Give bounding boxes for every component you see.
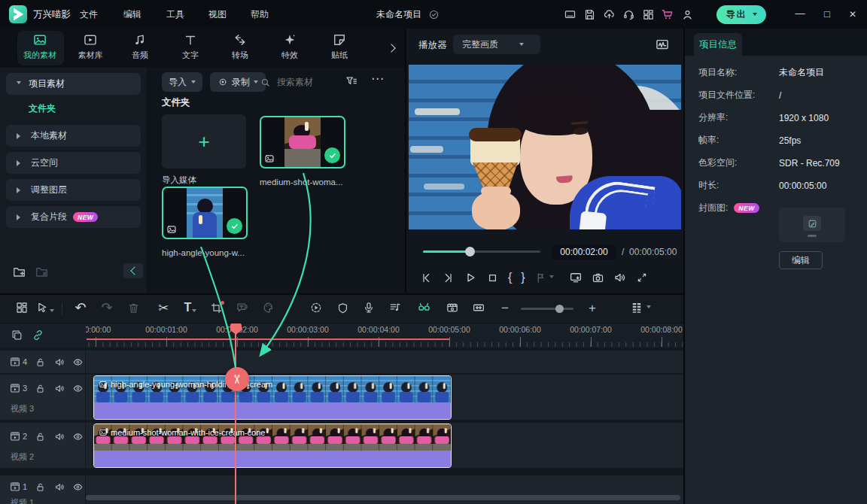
lock-icon[interactable]	[35, 357, 46, 368]
visibility-eye-icon[interactable]	[72, 481, 84, 493]
playhead-line[interactable]	[235, 323, 236, 504]
track-lane-4[interactable]	[86, 351, 683, 373]
snapshot-camera-icon[interactable]	[592, 272, 604, 284]
fit-to-timeline-icon[interactable]	[467, 295, 490, 320]
filter-icon[interactable]	[345, 74, 358, 88]
track-lane-2[interactable]: medium-shot-woman-with-ice-cream-cone	[86, 423, 683, 468]
mute-icon[interactable]	[54, 357, 65, 368]
cloud-upload-icon[interactable]	[599, 0, 619, 29]
search-input[interactable]	[275, 76, 339, 88]
track-lane-3[interactable]: high-angle-young-woman-holding-ice-cream	[86, 375, 683, 420]
store-cart-icon[interactable]	[658, 0, 677, 29]
mute-icon[interactable]	[54, 431, 65, 442]
sidebar-item-folder-selected[interactable]: 文件夹	[29, 102, 56, 115]
redo-icon[interactable]: ↷	[96, 295, 118, 320]
color-palette-icon[interactable]	[257, 295, 280, 320]
add-folder-icon[interactable]	[12, 265, 26, 279]
switch-device-icon[interactable]	[560, 0, 580, 29]
zoom-in-icon[interactable]: +	[581, 295, 604, 320]
sidebar-item-adjustment-layer[interactable]: 调整图层	[6, 179, 141, 201]
timeline-ruler[interactable]: 00:00:00 00:00:01:00 00:00:02:00 00:00:0…	[86, 323, 683, 348]
crop-icon[interactable]	[205, 295, 227, 320]
mark-in-icon[interactable]: {	[508, 272, 512, 284]
seek-bar[interactable]	[423, 250, 540, 253]
quick-text-icon[interactable]: T	[179, 295, 202, 320]
cover-thumbnail[interactable]	[779, 208, 845, 242]
current-time-box[interactable]: 00:00:02:00	[552, 244, 616, 260]
tab-effects[interactable]: 特效	[265, 32, 315, 61]
menu-tools[interactable]: 工具	[159, 8, 192, 21]
sidebar-item-local-media[interactable]: 本地素材	[6, 125, 141, 147]
more-options-icon[interactable]: ⋯	[371, 72, 384, 85]
scopes-icon[interactable]	[655, 37, 670, 52]
apps-grid-icon[interactable]	[638, 0, 658, 29]
lock-icon[interactable]	[35, 431, 46, 442]
sidebar-item-cloud-space[interactable]: 云空间	[6, 152, 141, 174]
undo-icon[interactable]: ↶	[69, 295, 92, 320]
save-icon[interactable]	[580, 0, 599, 29]
motion-tracking-icon[interactable]	[305, 295, 327, 320]
media-item-medium-shot[interactable]	[260, 116, 345, 169]
mute-icon[interactable]	[54, 481, 65, 493]
timeline-scrollbar[interactable]	[86, 495, 680, 500]
tabs-more-chevron-icon[interactable]	[387, 44, 395, 52]
mute-icon[interactable]	[54, 383, 65, 394]
mark-out-icon[interactable]: }	[521, 272, 525, 284]
timeline-clip-medium-shot[interactable]: medium-shot-woman-with-ice-cream-cone	[93, 424, 452, 468]
media-item-high-angle[interactable]	[162, 187, 248, 239]
sidebar-item-project-media[interactable]: 项目素材	[6, 73, 141, 95]
track-height-icon[interactable]	[629, 295, 652, 320]
play-icon[interactable]	[464, 271, 477, 284]
next-frame-icon[interactable]	[442, 272, 455, 284]
tab-text[interactable]: 文字	[166, 32, 215, 61]
tab-stickers[interactable]: 贴纸	[315, 32, 364, 61]
select-cursor-icon[interactable]	[33, 295, 56, 320]
import-button[interactable]: 导入	[162, 72, 202, 92]
render-preview-icon[interactable]	[441, 295, 464, 320]
split-cursor[interactable]: ✂	[225, 367, 249, 391]
voiceover-mic-icon[interactable]	[357, 295, 380, 320]
speech-to-text-icon[interactable]	[231, 295, 254, 320]
volume-icon[interactable]	[613, 271, 627, 284]
audio-mixer-icon[interactable]	[384, 295, 406, 320]
fullscreen-expand-icon[interactable]	[636, 272, 648, 284]
edit-cover-button[interactable]: 编辑	[779, 251, 823, 269]
export-button[interactable]: 导出	[716, 5, 766, 24]
minimize-button[interactable]: —	[789, 0, 811, 27]
tab-project-info[interactable]: 项目信息	[694, 33, 742, 56]
lock-icon[interactable]	[35, 383, 46, 394]
delete-icon[interactable]	[122, 295, 144, 320]
zoom-slider-handle[interactable]	[555, 305, 564, 313]
seek-handle[interactable]	[465, 247, 475, 257]
mirror-display-icon[interactable]	[569, 271, 583, 284]
edit-cover-icon[interactable]	[803, 216, 821, 231]
menu-file[interactable]: 文件	[72, 8, 105, 21]
tab-my-media[interactable]: 我的素材	[15, 32, 65, 61]
visibility-eye-icon[interactable]	[72, 431, 84, 442]
tab-stock-library[interactable]: 素材库	[65, 32, 115, 61]
account-user-icon[interactable]	[677, 0, 697, 29]
visibility-eye-icon[interactable]	[72, 357, 84, 368]
duplicate-icon[interactable]	[11, 329, 23, 342]
split-scissors-icon[interactable]: ✂	[152, 295, 175, 320]
sidebar-item-compound-clip[interactable]: 复合片段 NEW	[6, 206, 141, 228]
menu-edit[interactable]: 编辑	[116, 8, 149, 21]
visibility-eye-icon[interactable]	[72, 383, 84, 394]
tab-audio[interactable]: 音频	[115, 32, 165, 61]
layout-templates-icon[interactable]	[11, 295, 33, 320]
beat-detection-icon[interactable]	[412, 295, 435, 320]
menu-help[interactable]: 帮助	[243, 8, 276, 21]
zoom-out-icon[interactable]: −	[494, 295, 516, 320]
close-button[interactable]: ✕	[841, 0, 864, 29]
delete-folder-icon[interactable]	[35, 265, 49, 279]
collapse-sidebar-button[interactable]	[123, 263, 143, 278]
previous-frame-icon[interactable]	[420, 272, 433, 284]
auto-ripple-link-icon[interactable]	[32, 329, 44, 342]
menu-view[interactable]: 视图	[201, 8, 234, 21]
record-button[interactable]: 录制	[210, 72, 266, 92]
quality-dropdown[interactable]: 完整画质	[453, 35, 540, 54]
marker-icon[interactable]	[534, 272, 554, 284]
timeline-clip-high-angle[interactable]: high-angle-young-woman-holding-ice-cream	[93, 375, 452, 420]
maximize-button[interactable]: □	[816, 0, 838, 29]
lock-icon[interactable]	[35, 481, 46, 493]
